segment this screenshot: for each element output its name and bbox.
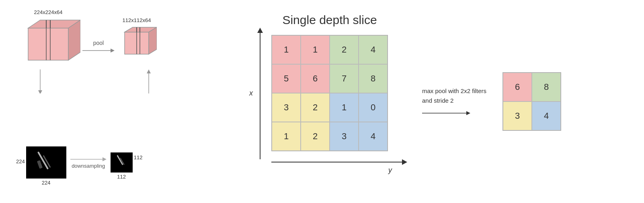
small-image [111,152,133,173]
pool-arrow-area: pool [82,40,115,54]
middle-section: Single depth slice x y 1 1 2 4 [245,9,414,194]
grid-cell-0-0: 1 [272,35,301,64]
result-cell-1-1: 4 [532,102,561,130]
slice-title: Single depth slice [282,13,377,27]
big-image [26,146,66,179]
grid-cell-1-0: 5 [272,64,301,93]
main-container: 224x224x64 pool [0,0,644,203]
small-image-side-label: 112 [134,154,143,160]
svg-marker-17 [38,90,42,93]
svg-marker-8 [111,49,115,53]
y-axis-arrow-icon [271,157,408,167]
big-image-bottom-label: 224 [42,180,51,186]
svg-marker-25 [402,159,407,165]
downsampling-area: downsampling [70,156,107,169]
grid-cell-3-1: 2 [301,122,330,151]
svg-marker-23 [257,28,263,33]
result-cell-0-0: 6 [503,73,532,102]
svg-marker-19 [147,69,151,73]
big-cube-area: 224x224x64 [16,9,80,68]
grid-cell-2-1: 2 [301,93,330,122]
svg-marker-0 [28,28,68,60]
small-image-bottom-label: 112 [117,174,126,180]
up-arrow-to-small [145,69,153,95]
small-cube-label: 112x112x64 [123,17,151,23]
small-cube-icon [117,24,157,60]
big-image-area: 224 224 [16,146,66,186]
pool-arrow-icon [82,47,115,54]
big-image-side-label: 224 [16,158,25,164]
x-axis-label: x [249,89,253,97]
grid-cell-0-1: 1 [301,35,330,64]
grid-cell-0-2: 2 [330,35,359,64]
downsampling-arrow-icon [70,156,107,163]
pool-label: pool [93,40,104,46]
left-section: 224x224x64 pool [12,9,245,194]
grid-cell-2-0: 3 [272,93,301,122]
maxpool-arrow-icon [422,110,470,117]
down-arrow-from-big [36,69,44,95]
grid-cell-1-2: 7 [330,64,359,93]
main-grid: 1 1 2 4 5 6 7 8 3 2 1 0 1 2 3 4 [271,35,388,151]
small-cube-area: 112x112x64 [117,17,157,60]
grid-cell-2-3: 0 [359,93,388,122]
downsampling-label: downsampling [72,163,105,169]
small-image-area: 112 112 [111,152,143,180]
grid-cell-3-2: 3 [330,122,359,151]
y-axis-label: y [388,166,392,175]
big-cube-icon [16,16,80,68]
svg-marker-27 [466,111,470,115]
big-cube-label: 224x224x64 [34,9,63,15]
maxpool-description: max pool with 2x2 filters and stride 2 [422,86,494,117]
grid-cell-0-3: 4 [359,35,388,64]
x-axis-arrow-icon [255,27,265,163]
grid-cell-3-0: 1 [272,122,301,151]
grid-axes-container: x y 1 1 2 4 5 6 7 8 3 2 [271,35,388,151]
result-cell-0-1: 8 [532,73,561,102]
grid-cell-1-1: 6 [301,64,330,93]
result-grid: 6 8 3 4 [502,72,561,131]
grid-cell-3-3: 4 [359,122,388,151]
maxpool-label: max pool with 2x2 filters and stride 2 [422,86,494,106]
svg-marker-11 [149,27,157,54]
grid-cell-2-2: 1 [330,93,359,122]
right-section: max pool with 2x2 filters and stride 2 6… [422,72,561,131]
result-cell-1-0: 3 [503,102,532,130]
grid-cell-1-3: 8 [359,64,388,93]
svg-marker-21 [103,157,107,161]
